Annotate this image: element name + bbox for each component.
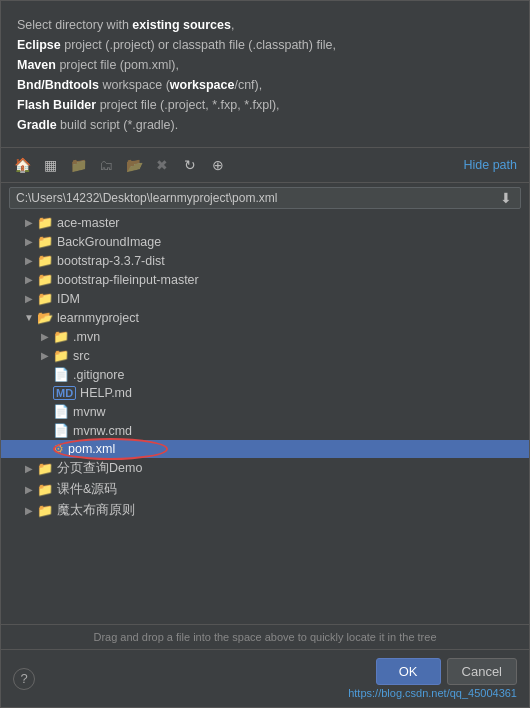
- item-label: bootstrap-fileinput-master: [57, 273, 199, 287]
- arrow-icon: ▶: [37, 350, 53, 361]
- tree-item-HELP-md[interactable]: ▶ MD HELP.md: [1, 384, 529, 402]
- tree-item-kejian[interactable]: ▶ 📁 课件&源码: [1, 479, 529, 500]
- cancel-button[interactable]: Cancel: [447, 658, 517, 685]
- arrow-icon: ▶: [21, 484, 37, 495]
- desktop-button[interactable]: 🗂: [93, 152, 119, 178]
- item-label: mvnw.cmd: [73, 424, 132, 438]
- folder-icon: 📁: [37, 215, 53, 230]
- path-text: C:\Users\14232\Desktop\learnmyproject\po…: [16, 191, 494, 205]
- tree-item-fenye[interactable]: ▶ 📁 分页查询Demo: [1, 458, 529, 479]
- folder-icon: 📁: [37, 234, 53, 249]
- folder-icon: 📁: [53, 329, 69, 344]
- tree-item-gitignore[interactable]: ▶ 📄 .gitignore: [1, 365, 529, 384]
- bold-bnd: Bnd/Bndtools: [17, 78, 99, 92]
- hide-path-button[interactable]: Hide path: [459, 156, 521, 174]
- arrow-icon: ▶: [21, 274, 37, 285]
- item-label: bootstrap-3.3.7-dist: [57, 254, 165, 268]
- folder-icon: 📁: [37, 482, 53, 497]
- path-bar: C:\Users\14232\Desktop\learnmyproject\po…: [9, 187, 521, 209]
- item-label: 分页查询Demo: [57, 460, 142, 477]
- tree-item-src[interactable]: ▶ 📁 src: [1, 346, 529, 365]
- delete-button[interactable]: ✖: [149, 152, 175, 178]
- item-label: pom.xml: [68, 442, 115, 456]
- folder-icon: 📁: [37, 291, 53, 306]
- footer-buttons: OK Cancel https://blog.csdn.net/qq_45004…: [348, 658, 517, 699]
- open-project-dialog: Select directory with existing sources, …: [0, 0, 530, 708]
- item-label: src: [73, 349, 90, 363]
- tree-item-mvnw[interactable]: ▶ 📄 mvnw: [1, 402, 529, 421]
- tree-item-BackGroundImage[interactable]: ▶ 📁 BackGroundImage: [1, 232, 529, 251]
- bold-maven: Maven: [17, 58, 56, 72]
- arrow-icon: ▶: [21, 217, 37, 228]
- bold-eclipse: Eclipse: [17, 38, 61, 52]
- item-label: .gitignore: [73, 368, 124, 382]
- md-icon: MD: [53, 386, 76, 400]
- home-button[interactable]: 🏠: [9, 152, 35, 178]
- footer-button-row: OK Cancel: [376, 658, 517, 685]
- item-label: IDM: [57, 292, 80, 306]
- csdn-link[interactable]: https://blog.csdn.net/qq_45004361: [348, 687, 517, 699]
- xml-icon: ⚙: [53, 442, 64, 456]
- tree-item-pom-xml[interactable]: ▶ ⚙ pom.xml: [1, 440, 529, 458]
- item-label: ace-master: [57, 216, 120, 230]
- refresh-button[interactable]: ↻: [177, 152, 203, 178]
- folder-icon: 📁: [53, 348, 69, 363]
- tree-item-motai[interactable]: ▶ 📁 魔太布商原则: [1, 500, 529, 521]
- file-icon: 📄: [53, 423, 69, 438]
- list-view-button[interactable]: ▦: [37, 152, 63, 178]
- bold-flash: Flash Builder: [17, 98, 96, 112]
- tree-item-ace-master[interactable]: ▶ 📁 ace-master: [1, 213, 529, 232]
- arrow-icon: ▶: [37, 331, 53, 342]
- bold-workspace: workspace: [170, 78, 235, 92]
- arrow-icon: ▶: [21, 463, 37, 474]
- arrow-icon: ▶: [21, 255, 37, 266]
- folder-icon: 📁: [37, 253, 53, 268]
- tree-item-mvnw-cmd[interactable]: ▶ 📄 mvnw.cmd: [1, 421, 529, 440]
- item-label: mvnw: [73, 405, 106, 419]
- tree-item-IDM[interactable]: ▶ 📁 IDM: [1, 289, 529, 308]
- folder-icon: 📁: [37, 461, 53, 476]
- folder-icon: 📂: [37, 310, 53, 325]
- file-icon: 📄: [53, 367, 69, 382]
- arrow-icon: ▶: [21, 505, 37, 516]
- footer: ? OK Cancel https://blog.csdn.net/qq_450…: [1, 649, 529, 707]
- folder-icon: 📁: [37, 272, 53, 287]
- item-label: HELP.md: [80, 386, 132, 400]
- help-button[interactable]: ?: [13, 668, 35, 690]
- ok-button[interactable]: OK: [376, 658, 441, 685]
- item-label: BackGroundImage: [57, 235, 161, 249]
- arrow-icon: ▶: [21, 293, 37, 304]
- arrow-icon: ▶: [21, 236, 37, 247]
- description-panel: Select directory with existing sources, …: [1, 1, 529, 147]
- browse-button[interactable]: ⬇: [498, 190, 514, 206]
- file-icon: 📄: [53, 404, 69, 419]
- folder-icon: 📁: [37, 503, 53, 518]
- bottom-hint: Drag and drop a file into the space abov…: [1, 624, 529, 649]
- tree-item-bootstrap-3[interactable]: ▶ 📁 bootstrap-3.3.7-dist: [1, 251, 529, 270]
- tree-item-bootstrap-fi[interactable]: ▶ 📁 bootstrap-fileinput-master: [1, 270, 529, 289]
- item-label: 课件&源码: [57, 481, 117, 498]
- bold-existing-sources: existing sources: [132, 18, 231, 32]
- item-label: 魔太布商原则: [57, 502, 135, 519]
- tree-item-mvn[interactable]: ▶ 📁 .mvn: [1, 327, 529, 346]
- new-folder-button[interactable]: 📂: [121, 152, 147, 178]
- item-label: learnmyproject: [57, 311, 139, 325]
- file-tree[interactable]: ▶ 📁 ace-master ▶ 📁 BackGroundImage ▶ 📁 b…: [1, 213, 529, 624]
- bold-gradle: Gradle: [17, 118, 57, 132]
- tree-item-learnmyproject[interactable]: ▼ 📂 learnmyproject: [1, 308, 529, 327]
- toggle-path-button[interactable]: ⊕: [205, 152, 231, 178]
- arrow-icon: ▼: [21, 312, 37, 323]
- item-label: .mvn: [73, 330, 100, 344]
- up-button[interactable]: 📁: [65, 152, 91, 178]
- file-toolbar: 🏠 ▦ 📁 🗂 📂 ✖ ↻ ⊕ Hide path: [1, 147, 529, 183]
